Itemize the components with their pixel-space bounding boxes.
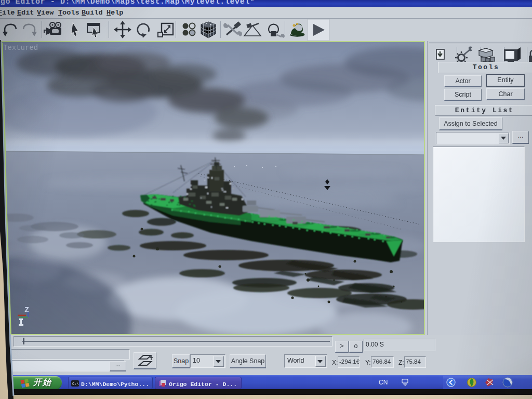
svg-text:C:\: C:\ xyxy=(72,382,79,386)
